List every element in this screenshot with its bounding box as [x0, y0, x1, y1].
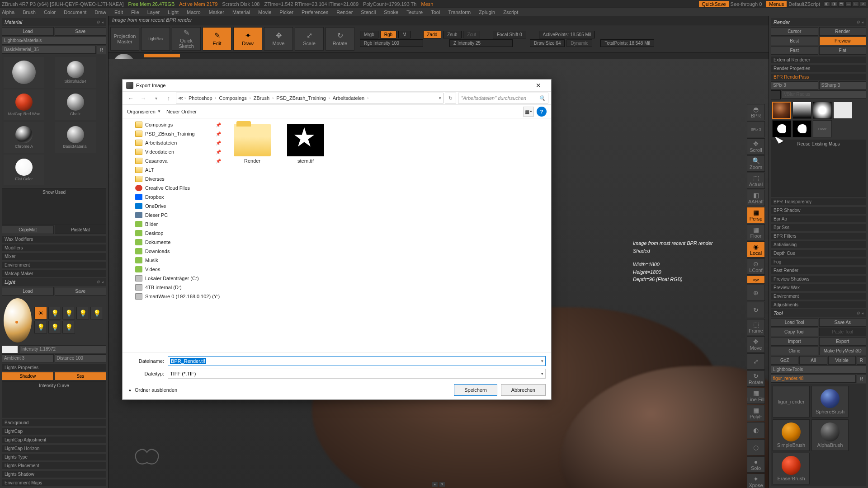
lconf[interactable]: ⊙LConf — [747, 258, 765, 275]
file-item[interactable]: Render — [230, 124, 275, 164]
tool-thumb[interactable]: figur_render — [773, 386, 810, 418]
menu-item[interactable]: Layer — [147, 9, 160, 15]
ssharp-slider[interactable]: SSharp 0 — [819, 81, 867, 89]
file-list[interactable]: Renderstern.tif — [224, 118, 551, 352]
light-slot-active[interactable]: ☀ — [34, 307, 47, 319]
tool-r[interactable]: R — [857, 375, 866, 383]
nav-back-icon[interactable]: ← — [125, 93, 136, 103]
lights-type[interactable]: Lights Type — [2, 454, 106, 460]
make-polymesh[interactable]: Make PolyMesh3D — [819, 347, 867, 355]
bpr-icon[interactable] — [771, 90, 781, 99]
mat-swatch[interactable]: Flat Color — [4, 155, 44, 185]
menu-item[interactable]: Zscript — [503, 9, 518, 15]
load-tool[interactable]: Load Tool — [771, 318, 818, 327]
mixer[interactable]: Mixer — [2, 253, 106, 260]
menus-toggle[interactable]: Menus — [766, 1, 787, 7]
tree-node[interactable]: Musik — [123, 256, 224, 265]
render-adj[interactable]: Adjustments — [771, 301, 866, 308]
environment[interactable]: Environment — [2, 262, 106, 268]
menu-item[interactable]: Texture — [406, 9, 423, 15]
light-intensity[interactable]: Intensity 1.18972 — [19, 345, 106, 353]
edit-mode[interactable]: ✎Edit — [203, 27, 231, 51]
rgb[interactable]: Rgb — [380, 31, 396, 38]
nav-recent-icon[interactable]: ▾ — [151, 93, 161, 103]
tree-node[interactable]: PSD_ZBrush_Training📌 — [123, 129, 224, 138]
bpr-ao[interactable]: Bpr Ao — [771, 216, 866, 222]
minimize-button[interactable]: — — [845, 1, 852, 7]
menu-item[interactable]: Edit — [114, 9, 123, 15]
persp[interactable]: ▦Persp — [747, 207, 765, 223]
tree-node[interactable]: Bilder — [123, 220, 224, 229]
search-input[interactable]: "Arbeitsdateien" durchsuchen🔍 — [458, 93, 548, 103]
intensity-curve[interactable]: Intensity Curve — [2, 381, 106, 418]
import-tool[interactable]: Import — [771, 337, 818, 346]
z-intensity[interactable]: Z Intensity 25 — [449, 39, 513, 47]
copy-tool[interactable]: Copy Tool — [771, 328, 818, 336]
menu-item[interactable]: Tool — [431, 9, 440, 15]
menu-item[interactable]: Movie — [258, 9, 271, 15]
lightcap[interactable]: LightCap — [2, 428, 106, 435]
dialog-titlebar[interactable]: Export Image ✕ — [123, 80, 551, 91]
export-tool[interactable]: Export — [819, 337, 867, 346]
actual[interactable]: ⬚Actual — [747, 173, 765, 189]
light-slot[interactable]: 💡 — [62, 321, 75, 333]
flat[interactable]: Flat — [819, 46, 867, 55]
lights-props[interactable]: Lights Properties — [2, 364, 106, 371]
tree-node[interactable]: 4TB internal (D:) — [123, 283, 224, 292]
sss-toggle[interactable]: Sss — [55, 372, 107, 380]
tree-node[interactable]: Diverses — [123, 174, 224, 183]
shelf-up-icon[interactable]: ▴ — [432, 482, 438, 487]
light-slot[interactable]: 💡 — [62, 307, 75, 319]
material-load[interactable]: Load — [2, 27, 54, 36]
menu-item[interactable]: Alpha — [2, 9, 14, 15]
bpr-button[interactable]: ◓BPR — [747, 104, 765, 120]
fog[interactable]: Fog — [771, 258, 866, 265]
goz-r[interactable]: R — [857, 356, 866, 365]
zadd[interactable]: Zadd — [423, 31, 442, 38]
tree-node[interactable]: Dropbox — [123, 192, 224, 202]
menu-item[interactable]: Stroke — [384, 9, 398, 15]
aahalf[interactable]: ◧AAHalf — [747, 190, 765, 206]
light-slot[interactable]: 💡 — [48, 321, 61, 333]
save-as[interactable]: Save As — [819, 318, 867, 327]
y-rot[interactable]: ↻ — [747, 302, 765, 318]
filetype-select[interactable]: TIFF (*.TIF)▾ — [168, 369, 546, 379]
bpr-renderpass[interactable]: BPR RenderPass — [771, 74, 866, 80]
nav-up-icon[interactable]: ↑ — [163, 93, 174, 103]
vblur[interactable]: VBlur Radius — [782, 90, 866, 99]
lights-shadow[interactable]: Lights Shadow — [2, 471, 106, 478]
tree-node[interactable]: Dokumente — [123, 238, 224, 247]
render-btn[interactable]: Render — [819, 27, 867, 36]
lightcap-adjust[interactable]: LightCap Adjustment — [2, 436, 106, 443]
bpr-transparency[interactable]: BPR Transparency — [771, 198, 866, 205]
material-header[interactable]: Material⚙ ◂ — [2, 18, 106, 26]
tree-node[interactable]: ALT — [123, 165, 224, 174]
env-maps[interactable]: Environment Maps — [2, 479, 106, 486]
cancel-button[interactable]: Abbrechen — [501, 384, 546, 396]
transp[interactable]: ◐ — [747, 422, 765, 438]
preview-shadows[interactable]: Preview Shadows — [771, 276, 866, 282]
menu-item[interactable]: Stencil — [361, 9, 376, 15]
zcut[interactable]: Zcut — [463, 31, 480, 38]
goz-all[interactable]: All — [799, 356, 827, 365]
view-mode-button[interactable]: ▦ ▼ — [523, 107, 534, 117]
menu-item[interactable]: Preferences — [302, 9, 328, 15]
save-button[interactable]: Speichern — [454, 384, 497, 396]
light-slot[interactable]: 💡 — [48, 307, 61, 319]
center[interactable]: ⊕ — [747, 285, 765, 301]
light-header[interactable]: Light⚙ ◂ — [2, 278, 106, 286]
menu-item[interactable]: Transform — [448, 9, 471, 15]
cursor-btn[interactable]: Cursor — [771, 27, 818, 36]
frame[interactable]: ⬚Frame — [747, 319, 765, 335]
mat-swatch[interactable] — [4, 57, 44, 88]
zsub[interactable]: Zsub — [443, 31, 461, 38]
filename-input[interactable]: BPR_Render.tif▾ — [168, 356, 546, 366]
material-r-button[interactable]: R — [97, 46, 106, 54]
pass-shadow[interactable] — [813, 102, 832, 119]
goz[interactable]: GoZ — [771, 356, 798, 365]
menu-item[interactable]: Material — [232, 9, 250, 15]
tree-node[interactable]: Casanova📌 — [123, 156, 224, 165]
material-save[interactable]: Save — [55, 27, 107, 36]
external-renderer[interactable]: External Renderer — [771, 56, 866, 63]
pass-mask[interactable] — [772, 120, 791, 137]
